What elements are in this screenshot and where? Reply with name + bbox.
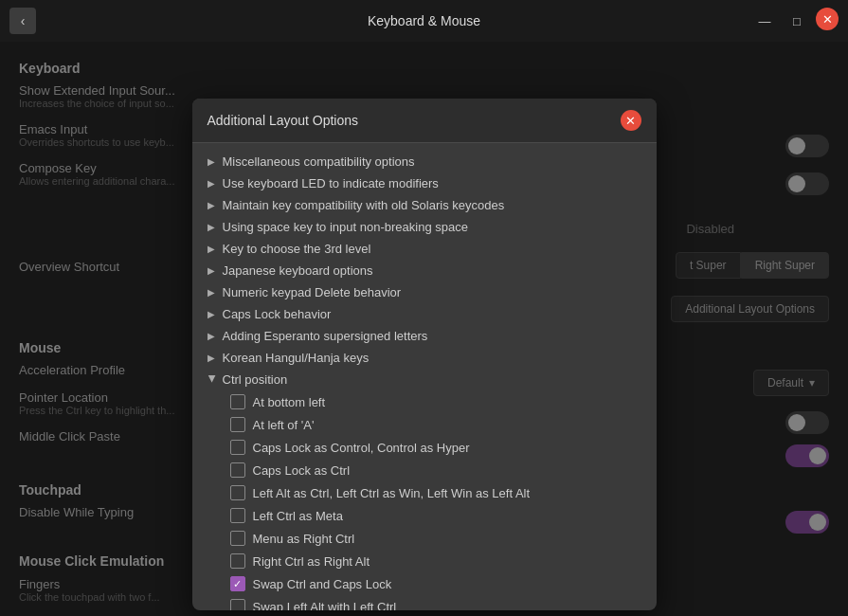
checkbox-caps-lock-as-control-hyper[interactable]	[230, 440, 245, 455]
arrow-icon: ▶	[207, 178, 217, 189]
tree-item-numpad-delete[interactable]: ▶ Numeric keypad Delete behavior	[196, 281, 653, 303]
checkbox-swap-left-alt-left-ctrl[interactable]	[230, 599, 245, 610]
window-title: Keyboard & Mouse	[368, 13, 480, 28]
tree-item-caps-lock-behavior-label: Caps Lock behavior	[223, 307, 641, 321]
arrow-icon: ▶	[207, 265, 217, 276]
checkbox-at-left-of-a[interactable]	[230, 417, 245, 432]
checkbox-caps-lock-as-ctrl[interactable]	[230, 462, 245, 478]
arrow-icon-expanded: ▶	[207, 375, 217, 385]
checkbox-caps-lock-as-ctrl-label: Caps Lock as Ctrl	[253, 463, 351, 478]
checkbox-left-ctrl-as-meta-label: Left Ctrl as Meta	[253, 509, 343, 523]
arrow-icon: ▶	[207, 309, 217, 319]
checkbox-item-at-left-of-a[interactable]: At left of 'A'	[219, 413, 653, 436]
checkbox-item-swap-left-alt-left-ctrl[interactable]: Swap Left Alt with Left Ctrl	[219, 595, 653, 610]
tree-item-keyboard-led-label: Use keyboard LED to indicate modifiers	[223, 176, 641, 190]
checkbox-item-at-bottom-left[interactable]: At bottom left	[219, 390, 653, 413]
tree-item-misc-label: Miscellaneous compatibility options	[223, 154, 641, 169]
tree-item-solaris[interactable]: ▶ Maintain key compatibility with old So…	[196, 194, 653, 216]
modal-title: Additional Layout Options	[207, 113, 359, 128]
checkbox-menu-as-right-ctrl-label: Menu as Right Ctrl	[253, 532, 355, 546]
modal-overlay: Additional Layout Options ✕ ▶ Miscellane…	[0, 42, 848, 616]
arrow-icon: ▶	[207, 200, 217, 210]
arrow-icon: ▶	[207, 222, 217, 232]
close-icon: ✕	[822, 12, 833, 27]
checkbox-item-swap-ctrl-caps-lock[interactable]: ✓ Swap Ctrl and Caps Lock	[219, 572, 653, 595]
tree-item-japanese[interactable]: ▶ Japanese keyboard options	[196, 260, 653, 281]
minimize-icon: —	[759, 14, 771, 28]
modal-close-icon: ✕	[625, 114, 636, 128]
checkbox-item-left-alt-as-ctrl[interactable]: Left Alt as Ctrl, Left Ctrl as Win, Left…	[219, 481, 653, 504]
checkbox-item-caps-lock-as-ctrl[interactable]: Caps Lock as Ctrl	[219, 459, 653, 481]
arrow-icon: ▶	[207, 287, 217, 298]
arrow-icon: ▶	[207, 353, 217, 363]
maximize-icon: □	[793, 14, 801, 28]
additional-layout-modal: Additional Layout Options ✕ ▶ Miscellane…	[192, 99, 657, 610]
checkbox-item-menu-as-right-ctrl[interactable]: Menu as Right Ctrl	[219, 527, 653, 550]
ctrl-position-subitems: At bottom left At left of 'A' Caps Lock …	[196, 390, 653, 610]
tree-item-misc[interactable]: ▶ Miscellaneous compatibility options	[196, 151, 653, 172]
maximize-button[interactable]: □	[784, 8, 810, 34]
tree-item-space-key[interactable]: ▶ Using space key to input non-breaking …	[196, 216, 653, 238]
main-window: ‹ Keyboard & Mouse — □ ✕ Keyboard Show E…	[0, 0, 848, 616]
tree-item-esperanto[interactable]: ▶ Adding Esperanto supersigned letters	[196, 325, 653, 347]
tree-item-korean-label: Korean Hangul/Hanja keys	[223, 351, 641, 365]
checkbox-left-ctrl-as-meta[interactable]	[230, 508, 245, 523]
window-controls: — □ ✕	[751, 8, 839, 34]
close-button[interactable]: ✕	[816, 8, 839, 30]
arrow-icon: ▶	[207, 331, 217, 341]
checkbox-menu-as-right-ctrl[interactable]	[230, 531, 245, 546]
tree-item-caps-lock-behavior[interactable]: ▶ Caps Lock behavior	[196, 303, 653, 325]
tree-item-3rd-level-label: Key to choose the 3rd level	[223, 242, 641, 256]
back-button[interactable]: ‹	[9, 8, 36, 34]
tree-item-japanese-label: Japanese keyboard options	[223, 263, 641, 278]
checkbox-item-right-ctrl-as-right-alt[interactable]: Right Ctrl as Right Alt	[219, 550, 653, 572]
modal-close-button[interactable]: ✕	[621, 110, 641, 131]
checkbox-at-bottom-left[interactable]	[230, 394, 245, 409]
checkbox-swap-left-alt-left-ctrl-label: Swap Left Alt with Left Ctrl	[253, 600, 397, 611]
tree-item-esperanto-label: Adding Esperanto supersigned letters	[223, 329, 641, 343]
checkbox-left-alt-as-ctrl-label: Left Alt as Ctrl, Left Ctrl as Win, Left…	[253, 486, 531, 500]
minimize-button[interactable]: —	[751, 8, 778, 34]
checkbox-swap-ctrl-caps-lock[interactable]: ✓	[230, 576, 245, 591]
modal-header: Additional Layout Options ✕	[192, 99, 657, 143]
checkbox-at-left-of-a-label: At left of 'A'	[253, 418, 315, 432]
tree-item-keyboard-led[interactable]: ▶ Use keyboard LED to indicate modifiers	[196, 172, 653, 194]
tree-item-3rd-level[interactable]: ▶ Key to choose the 3rd level	[196, 238, 653, 260]
back-icon: ‹	[21, 13, 26, 28]
modal-content[interactable]: ▶ Miscellaneous compatibility options ▶ …	[192, 143, 657, 610]
tree-item-korean[interactable]: ▶ Korean Hangul/Hanja keys	[196, 347, 653, 369]
content-area: Keyboard Show Extended Input Sour... Inc…	[0, 42, 848, 616]
checkbox-left-alt-as-ctrl[interactable]	[230, 485, 245, 500]
titlebar: ‹ Keyboard & Mouse — □ ✕	[0, 0, 848, 42]
checkbox-caps-lock-as-control-hyper-label: Caps Lock as Control, Control as Hyper	[253, 441, 470, 455]
arrow-icon: ▶	[207, 156, 217, 167]
arrow-icon: ▶	[207, 244, 217, 254]
checkbox-right-ctrl-as-right-alt[interactable]	[230, 553, 245, 569]
tree-item-ctrl-position[interactable]: ▶ Ctrl position	[196, 369, 653, 390]
tree-item-solaris-label: Maintain key compatibility with old Sola…	[223, 198, 641, 212]
tree-item-numpad-delete-label: Numeric keypad Delete behavior	[223, 285, 641, 299]
checkbox-item-caps-lock-as-control-hyper[interactable]: Caps Lock as Control, Control as Hyper	[219, 436, 653, 459]
checkbox-right-ctrl-as-right-alt-label: Right Ctrl as Right Alt	[253, 554, 370, 569]
tree-item-space-key-label: Using space key to input non-breaking sp…	[223, 220, 641, 234]
checkbox-swap-ctrl-caps-lock-label: Swap Ctrl and Caps Lock	[253, 577, 392, 591]
checkbox-item-left-ctrl-as-meta[interactable]: Left Ctrl as Meta	[219, 504, 653, 527]
tree-item-ctrl-position-label: Ctrl position	[223, 372, 641, 387]
checkbox-at-bottom-left-label: At bottom left	[253, 395, 326, 409]
